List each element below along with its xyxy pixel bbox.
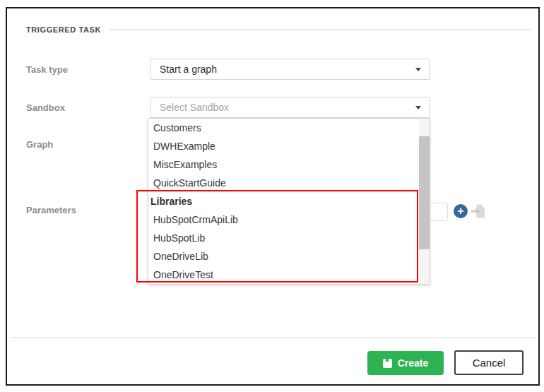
dropdown-scrollbar-track[interactable] bbox=[419, 119, 430, 284]
dropdown-option[interactable]: MiscExamples bbox=[148, 155, 419, 174]
triggered-task-dialog: TRIGGERED TASK Task type Start a graph S… bbox=[6, 7, 540, 386]
dropdown-option[interactable]: HubSpotLib bbox=[148, 229, 419, 247]
caret-down-icon bbox=[415, 68, 421, 71]
task-type-value: Start a graph bbox=[160, 64, 217, 75]
cancel-button[interactable]: Cancel bbox=[454, 350, 524, 375]
dropdown-option[interactable]: DWHExample bbox=[148, 137, 419, 155]
import-parameters-button[interactable] bbox=[469, 203, 487, 221]
dropdown-option[interactable]: HubSpotCrmApiLib bbox=[148, 210, 419, 229]
task-type-select[interactable]: Start a graph bbox=[150, 59, 430, 80]
add-parameter-button[interactable]: + bbox=[454, 204, 468, 218]
dropdown-option[interactable]: OneDriveTest bbox=[148, 266, 419, 284]
plus-icon: + bbox=[457, 205, 463, 217]
dropdown-scrollbar-thumb[interactable] bbox=[419, 136, 430, 249]
sandbox-select[interactable]: Select Sandbox bbox=[150, 97, 430, 118]
file-import-icon bbox=[470, 211, 487, 222]
title-divider bbox=[110, 29, 531, 30]
cancel-button-label: Cancel bbox=[473, 357, 506, 369]
dialog-title: TRIGGERED TASK bbox=[26, 25, 101, 34]
caret-down-icon bbox=[415, 106, 421, 109]
footer-divider bbox=[10, 337, 536, 338]
parameters-label: Parameters bbox=[26, 205, 76, 215]
task-type-label: Task type bbox=[26, 64, 68, 75]
dropdown-option[interactable]: Customers bbox=[148, 119, 419, 137]
dropdown-group-header: Libraries bbox=[148, 192, 419, 210]
graph-label: Graph bbox=[26, 139, 53, 150]
sandbox-placeholder: Select Sandbox bbox=[160, 102, 229, 113]
sandbox-dropdown-panel: Customers DWHExample MiscExamples QuickS… bbox=[148, 118, 430, 285]
create-button[interactable]: Create bbox=[367, 351, 444, 375]
dropdown-option[interactable]: QuickStartGuide bbox=[148, 174, 419, 192]
create-button-label: Create bbox=[398, 357, 429, 369]
sandbox-label: Sandbox bbox=[26, 102, 65, 113]
save-icon bbox=[383, 359, 392, 368]
dropdown-option[interactable]: OneDriveLib bbox=[148, 247, 419, 266]
